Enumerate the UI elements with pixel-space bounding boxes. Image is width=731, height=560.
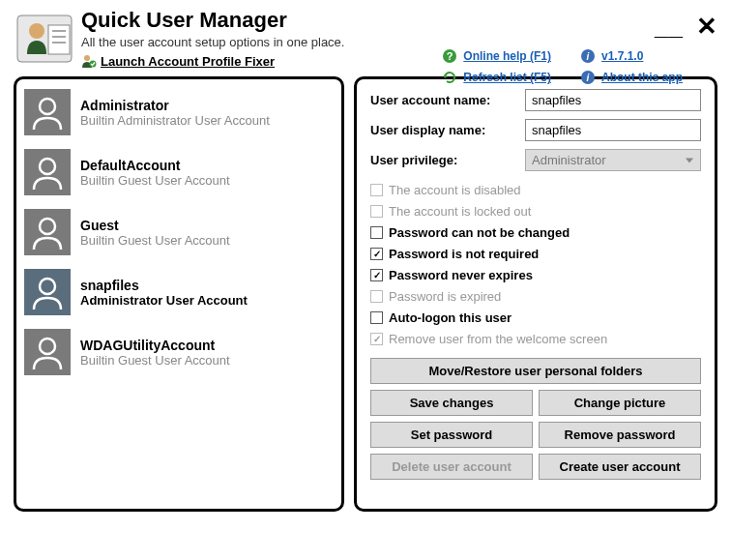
checkbox[interactable] [370,311,383,324]
user-avatar-icon [24,329,71,375]
svg-point-1 [29,23,44,39]
svg-text:i: i [587,73,590,83]
online-help-link[interactable]: Online help (F1) [463,49,551,63]
account-name-input[interactable] [525,89,701,111]
privilege-label: User privilege: [370,153,525,167]
refresh-icon [442,70,457,85]
version-link[interactable]: v1.7.1.0 [601,49,643,63]
checkbox-row[interactable]: Auto-logon this user [370,310,701,325]
svg-point-17 [40,279,55,294]
checkbox [370,290,383,303]
user-check-icon [81,53,97,69]
user-name-label: snapfiles [80,278,248,293]
user-list-panel: AdministratorBuiltin Administrator User … [14,76,344,512]
display-name-input[interactable] [525,119,701,141]
checkbox-label: Password never expires [389,268,533,282]
checkbox-label: Remove user from the welcome screen [389,332,607,346]
user-list-item[interactable]: snapfilesAdministrator User Account [22,265,336,319]
checkbox[interactable] [370,248,383,260]
user-name-label: WDAGUtilityAccount [80,338,230,353]
user-desc-label: Builtin Guest User Account [80,173,230,188]
user-desc-label: Builtin Guest User Account [80,353,230,368]
checkbox [370,333,383,345]
user-desc-label: Builtin Administrator User Account [80,113,270,128]
checkbox-row: Password is expired [370,289,701,304]
svg-text:i: i [587,51,590,62]
checkbox-label: Password is expired [389,289,501,304]
svg-rect-2 [48,25,70,54]
refresh-list-link[interactable]: Refresh list (F5) [463,71,551,84]
about-link[interactable]: About this app [601,71,683,84]
user-list-item[interactable]: DefaultAccountBuiltin Guest User Account [22,145,336,199]
checkbox[interactable] [370,226,383,239]
move-restore-button[interactable]: Move/Restore user personal folders [370,358,701,384]
user-avatar-icon [24,89,71,135]
user-list-item[interactable]: GuestBuiltin Guest User Account [22,205,336,259]
user-desc-label: Administrator User Account [80,293,248,308]
svg-point-14 [40,99,55,114]
user-list-item[interactable]: AdministratorBuiltin Administrator User … [22,85,336,139]
checkbox-row: The account is locked out [370,204,701,219]
svg-point-16 [40,219,55,234]
change-picture-button[interactable]: Change picture [539,390,701,416]
checkbox-label: Password can not be changed [389,225,570,240]
checkbox-row[interactable]: Password can not be changed [370,225,701,240]
user-name-label: Guest [80,218,230,233]
delete-user-button: Delete user account [370,454,533,480]
remove-password-button[interactable]: Remove password [539,422,701,448]
svg-point-15 [40,159,55,174]
checkbox [370,184,383,196]
checkbox[interactable] [370,269,383,281]
user-name-label: DefaultAccount [80,158,230,173]
launch-profile-fixer-link[interactable]: Launch Account Profile Fixer [101,54,275,69]
privilege-select[interactable]: Administrator [525,149,701,171]
help-icon: ? [442,48,457,64]
user-avatar-icon [24,269,71,315]
account-name-label: User account name: [370,93,525,107]
checkbox-row[interactable]: Password is not required [370,247,701,261]
close-button[interactable]: ✕ [696,12,717,42]
svg-point-6 [84,55,90,61]
svg-point-18 [40,339,55,354]
user-avatar-icon [24,149,71,195]
user-avatar-icon [24,209,71,255]
checkbox-row: The account is disabled [370,183,701,197]
checkbox [370,205,383,218]
app-subtitle: All the user account setup options in on… [81,35,716,49]
info-icon: i [580,48,596,64]
about-icon: i [580,70,596,85]
create-user-button[interactable]: Create user account [539,454,701,480]
svg-text:?: ? [447,50,453,62]
app-icon [15,8,73,66]
user-details-panel: User account name: User display name: Us… [354,76,717,512]
checkbox-row: Remove user from the welcome screen [370,332,701,346]
checkbox-label: The account is locked out [389,204,531,219]
user-desc-label: Builtin Guest User Account [80,233,230,248]
save-changes-button[interactable]: Save changes [370,390,533,416]
checkbox-label: Password is not required [389,247,539,261]
set-password-button[interactable]: Set password [370,422,533,448]
display-name-label: User display name: [370,123,525,137]
app-title: Quick User Manager [81,8,716,33]
checkbox-row[interactable]: Password never expires [370,268,701,282]
checkbox-label: Auto-logon this user [389,310,512,325]
user-list-item[interactable]: WDAGUtilityAccountBuiltin Guest User Acc… [22,325,336,379]
minimize-button[interactable]: __ [655,20,683,33]
checkbox-label: The account is disabled [389,183,521,197]
user-name-label: Administrator [80,98,270,113]
